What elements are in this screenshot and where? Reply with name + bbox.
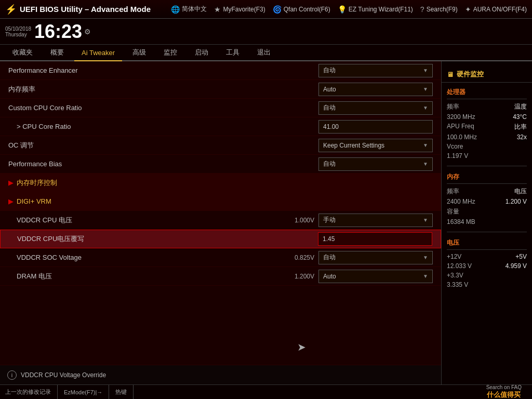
chevron-down-icon: ▼ [423, 161, 428, 167]
sidebar-group-memory: 内存 频率 电压 2400 MHz 1.200 V 容量 16384 MB [442, 170, 532, 227]
expand-arrow-icon: ▶ [8, 197, 14, 205]
sidebar-row: Vcore [447, 142, 527, 151]
search-button[interactable]: ? Search(F9) [420, 5, 458, 14]
clock: 16:23 [34, 22, 82, 41]
dropdown-memory-freq[interactable]: Auto ▼ [318, 83, 433, 96]
sidebar-key-33v-label: +3.3V [447, 272, 463, 279]
setting-performance-bias: Performance Bias 自动 ▼ [0, 155, 441, 174]
tab-monitor[interactable]: 监控 [156, 45, 184, 61]
bottom-bar: 上一次的修改记录 EzMode(F7)|→ 热键 Search on FAQ 什… [0, 384, 532, 399]
fan-icon: 🌀 [273, 5, 282, 14]
setting-vddcr-soc: VDDCR SOC Voltage 0.825V 自动 ▼ [0, 248, 441, 267]
setting-cpu-core-ratio-value: > CPU Core Ratio [0, 117, 441, 136]
myfavorite-button[interactable]: ★ MyFavorite(F3) [214, 5, 265, 14]
aura-button[interactable]: ✦ AURA ON/OFF(F4) [465, 5, 527, 14]
dropdown-value-vddcr-soc: 自动 [323, 253, 336, 262]
sidebar-key-vcore: 1.197 V [447, 152, 468, 159]
label-performance-bias: Performance Bias [8, 160, 318, 168]
chevron-down-icon: ▼ [423, 86, 428, 92]
settings-list: Performance Enhancer 自动 ▼ 内存频率 Auto ▼ [0, 61, 441, 365]
tab-tools[interactable]: 工具 [219, 45, 247, 61]
section-digi-vrm[interactable]: ▶ DIGI+ VRM [0, 192, 441, 211]
label-oc-adjust: OC 调节 [8, 141, 318, 150]
input-vddcr-override[interactable] [318, 232, 432, 246]
dropdown-value-memory-freq: Auto [323, 86, 336, 93]
search-faq-button[interactable]: Search on FAQ 什么值得买 [481, 384, 527, 399]
content-main: Performance Enhancer 自动 ▼ 内存频率 Auto ▼ [0, 61, 532, 384]
sidebar-group-memory-title: 内存 [447, 170, 527, 184]
sidebar: 🖥 硬件监控 处理器 频率 温度 3200 MHz 43°C APU Freq … [441, 61, 532, 384]
dropdown-value-dram-voltage: Auto [323, 273, 336, 280]
sidebar-key-12v-label: +12V [447, 253, 461, 260]
settings-icon[interactable]: ⚙ [84, 28, 91, 36]
setting-performance-enhancer: Performance Enhancer 自动 ▼ [0, 61, 441, 80]
sidebar-val-mem-volt-label: 电压 [514, 187, 527, 196]
qfan-label: Qfan Control(F6) [284, 6, 330, 13]
tab-favorites[interactable]: 收藏夹 [5, 45, 40, 61]
sidebar-val-ratio-label: 比率 [514, 123, 527, 131]
sidebar-val-temp-label: 温度 [514, 102, 527, 111]
monitor-icon: 🖥 [447, 71, 454, 78]
qfan-button[interactable]: 🌀 Qfan Control(F6) [273, 5, 330, 14]
tab-overview[interactable]: 概要 [43, 45, 71, 61]
sidebar-row: 3200 MHz 43°C [447, 112, 527, 122]
dropdown-performance-bias[interactable]: 自动 ▼ [318, 157, 433, 171]
ezmode-button[interactable]: EzMode(F7)|→ [58, 385, 109, 399]
chevron-down-icon: ▼ [423, 105, 428, 111]
hotkey-label: 热键 [115, 388, 127, 396]
dropdown-vddcr-cpu[interactable]: 手动 ▼ [318, 214, 433, 227]
dropdown-oc-adjust[interactable]: Keep Current Settings ▼ [318, 139, 433, 152]
info-bar: i VDDCR CPU Voltage Override [0, 365, 441, 384]
dropdown-performance-enhancer[interactable]: 自动 ▼ [318, 64, 433, 77]
myfavorite-label: MyFavorite(F3) [223, 6, 265, 13]
sidebar-key-freq: 3200 MHz [447, 113, 475, 121]
nav-tabs: 收藏夹 概要 Ai Tweaker 高级 监控 启动 工具 退出 [0, 45, 532, 61]
sidebar-group-cpu: 处理器 频率 温度 3200 MHz 43°C APU Freq 比率 100.… [442, 86, 532, 161]
mouse-cursor: ➤ [297, 341, 306, 353]
label-vddcr-soc: VDDCR SOC Voltage [8, 254, 286, 261]
eztuning-button[interactable]: 💡 EZ Tuning Wizard(F11) [338, 5, 413, 14]
info-icon: i [7, 370, 17, 380]
search-faq-label: Search on FAQ [486, 384, 522, 390]
sidebar-key-apufreq-label: APU Freq [447, 123, 474, 131]
sidebar-row: 12.033 V 4.959 V [447, 261, 527, 271]
sidebar-row: +12V +5V [447, 252, 527, 261]
label-memory-timing: 内存时序控制 [17, 178, 57, 188]
language-button[interactable]: 🌐 简体中文 [171, 5, 207, 14]
setting-memory-freq: 内存频率 Auto ▼ [0, 80, 441, 99]
val-vddcr-cpu: 1.000V [286, 217, 314, 224]
logo-area: ⚡ UEFI BIOS Utility – Advanced Mode [5, 4, 151, 15]
chevron-down-icon: ▼ [423, 255, 428, 260]
sidebar-key-mem-cap: 16384 MB [447, 218, 475, 225]
sidebar-row: +3.3V [447, 271, 527, 280]
chevron-down-icon: ▼ [423, 68, 428, 73]
dropdown-cpu-core-ratio[interactable]: 自动 ▼ [318, 101, 433, 115]
val-vddcr-soc: 0.825V [286, 254, 314, 261]
label-digi-vrm: DIGI+ VRM [17, 197, 51, 205]
dropdown-vddcr-soc[interactable]: 自动 ▼ [318, 251, 433, 264]
sidebar-key-33v: 3.335 V [447, 281, 468, 288]
sidebar-group-voltage: 电压 +12V +5V 12.033 V 4.959 V +3.3V 3.335… [442, 236, 532, 289]
sidebar-row: 容量 [447, 206, 527, 217]
dropdown-dram-voltage[interactable]: Auto ▼ [318, 270, 433, 283]
search-label: Search(F9) [427, 6, 458, 13]
sidebar-val-5v: 4.959 V [506, 262, 527, 270]
input-cpu-core-ratio-value[interactable] [318, 120, 433, 134]
sidebar-key-vcore-label: Vcore [447, 143, 463, 150]
tab-boot[interactable]: 启动 [188, 45, 216, 61]
sidebar-row: 频率 温度 [447, 101, 527, 112]
tab-advanced[interactable]: 高级 [125, 45, 153, 61]
last-change-label: 上一次的修改记录 [5, 388, 51, 396]
hotkey-button[interactable]: 热键 [109, 385, 134, 399]
sidebar-key-freq-label: 频率 [447, 102, 459, 111]
toolbar: 🌐 简体中文 ★ MyFavorite(F3) 🌀 Qfan Control(F… [171, 5, 527, 14]
chevron-down-icon: ▼ [423, 273, 428, 279]
content-left: Performance Enhancer 自动 ▼ 内存频率 Auto ▼ [0, 61, 441, 384]
rog-icon: ⚡ [5, 4, 17, 15]
tab-aitweaker[interactable]: Ai Tweaker [74, 45, 122, 61]
chevron-down-icon: ▼ [423, 142, 428, 148]
section-memory-timing[interactable]: ▶ 内存时序控制 [0, 174, 441, 192]
tab-exit[interactable]: 退出 [250, 45, 278, 61]
last-change-button[interactable]: 上一次的修改记录 [5, 385, 58, 399]
sidebar-title-label: 硬件监控 [457, 70, 484, 79]
